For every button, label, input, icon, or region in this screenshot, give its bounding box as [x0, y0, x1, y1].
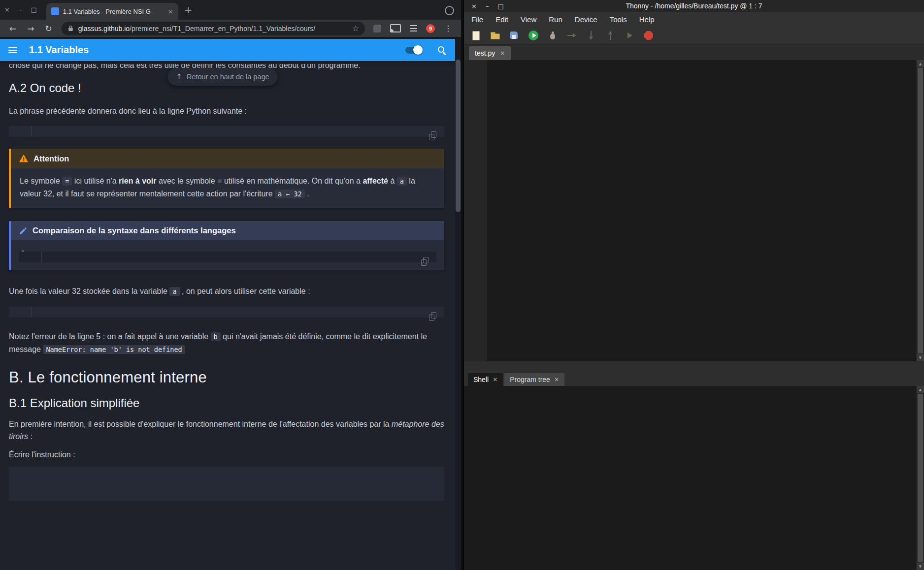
code-lines [32, 126, 50, 137]
paragraph: Une fois la valeur 32 stockée dans la va… [9, 285, 444, 298]
window-close-icon[interactable]: × [0, 0, 14, 20]
tab-title: 1.1 Variables - Première NSI G [63, 8, 164, 15]
open-file-icon[interactable] [489, 30, 501, 41]
menu-item[interactable]: Help [639, 15, 655, 24]
section-heading-b: B. Le fonctionnement interne [9, 369, 444, 386]
address-bar[interactable]: glassus.github.io/premiere_nsi/T1_Demarr… [62, 22, 365, 35]
thonny-close-icon[interactable]: × [468, 2, 480, 10]
scroll-up-icon[interactable]: ▲ [917, 60, 924, 67]
thonny-maximize-icon[interactable]: □ [494, 2, 507, 10]
code-block-partial [9, 467, 444, 501]
shell-output [470, 389, 914, 487]
debug-script-icon[interactable] [547, 30, 559, 41]
code-block-assignment [9, 126, 444, 137]
editor-tab-strip: test.py × [464, 45, 924, 60]
theme-toggle[interactable] [405, 47, 422, 54]
paragraph: En première intention, il est possible d… [9, 418, 444, 443]
shell-tab[interactable]: Shell × [468, 373, 503, 386]
lang-tab[interactable] [97, 246, 99, 252]
site-header: 1.1 Variables [0, 39, 455, 61]
editor-scrollbar[interactable]: ▲ ▼ [916, 60, 924, 361]
window-maximize-icon[interactable]: □ [26, 0, 41, 20]
window-minimize-icon[interactable]: – [14, 0, 27, 20]
scroll-down-icon[interactable]: ▼ [917, 563, 924, 570]
rich-text: Le symbole = ici utilisé n'a rien à voir… [20, 177, 415, 198]
profile-avatar-icon[interactable] [445, 6, 454, 15]
tab-close-icon[interactable]: × [168, 8, 173, 15]
stop-icon[interactable] [643, 30, 655, 41]
editor-code[interactable] [487, 60, 924, 361]
thonny-window: × – □ Thonny - /home/gilles/Bureau/test.… [464, 0, 924, 570]
thonny-titlebar: × – □ Thonny - /home/gilles/Bureau/test.… [464, 0, 924, 12]
menu-item[interactable]: Edit [495, 15, 508, 24]
scroll-down-icon[interactable]: ▼ [917, 354, 924, 361]
shell[interactable]: ▲ ▼ [464, 386, 924, 570]
run-script-icon[interactable] [528, 30, 539, 41]
url-text: glassus.github.io/premiere_nsi/T1_Demarr… [78, 25, 348, 32]
menu-item[interactable]: Device [575, 15, 597, 24]
lang-tab[interactable] [40, 246, 42, 252]
editor-tab-label: test.py [475, 49, 495, 57]
back-icon[interactable]: ← [5, 24, 21, 33]
step-out-icon [604, 30, 616, 41]
attention-admonition: Attention Le symbole = ici utilisé n'a r… [9, 149, 444, 208]
program-tree-tab[interactable]: Program tree × [504, 373, 564, 386]
editor-tab-testpy[interactable]: test.py × [469, 46, 511, 60]
new-file-icon[interactable] [470, 30, 482, 41]
thonny-minimize-icon[interactable]: – [482, 2, 493, 10]
page-scrollbar[interactable] [455, 39, 461, 570]
section-heading-b1: B.1 Explication simplifiée [9, 396, 444, 410]
scrollbar-thumb[interactable] [918, 68, 923, 353]
line-number-gutter [19, 252, 42, 262]
lang-tab[interactable] [78, 246, 80, 252]
copy-icon[interactable] [429, 131, 437, 140]
up-arrow-icon: ↑ [176, 72, 182, 81]
shell-scrollbar[interactable]: ▲ ▼ [916, 386, 924, 570]
back-to-top-button[interactable]: ↑ Retour en haut de la page [167, 68, 277, 86]
code-lines [42, 252, 60, 262]
browser-tab[interactable]: 1.1 Variables - Première NSI G × [46, 3, 178, 20]
lang-tab[interactable] [134, 246, 136, 252]
tab-close-icon[interactable]: × [554, 376, 559, 383]
tab-close-icon[interactable]: × [493, 376, 497, 383]
admonition-body: Le symbole = ici utilisé n'a rien à voir… [11, 168, 444, 208]
lock-icon [67, 25, 74, 32]
admonition-header: Attention [11, 149, 444, 168]
extension-badge[interactable]: 9 [426, 24, 435, 33]
menu-item[interactable]: File [471, 15, 483, 24]
shell-line [470, 458, 914, 468]
lang-tab[interactable] [115, 246, 117, 252]
scrollbar-thumb[interactable] [918, 394, 923, 562]
reading-list-icon[interactable] [410, 25, 417, 32]
menu-item[interactable]: Run [549, 15, 562, 24]
step-over-icon [566, 30, 578, 41]
warning-icon [19, 154, 29, 163]
reload-icon[interactable]: ↻ [41, 24, 57, 33]
copy-icon[interactable] [421, 257, 429, 266]
menu-kebab-icon[interactable]: ⋮ [440, 24, 456, 33]
line-number-gutter [9, 307, 32, 317]
forward-icon[interactable]: → [23, 24, 38, 33]
window-title: Thonny - /home/gilles/Bureau/test.py @ 1… [464, 2, 924, 10]
language-tabs [11, 240, 444, 252]
shell-line [470, 468, 914, 477]
menu-item[interactable]: Tools [610, 15, 627, 24]
tab-close-icon[interactable]: × [500, 50, 505, 57]
code-block-comparison [19, 252, 436, 262]
bookmark-star-icon[interactable]: ☆ [352, 24, 359, 33]
search-icon[interactable] [437, 45, 447, 55]
menu-item[interactable]: View [521, 15, 536, 24]
extension-icon[interactable] [373, 25, 381, 32]
save-file-icon[interactable] [508, 30, 520, 41]
lang-tab[interactable] [22, 246, 24, 252]
shell-line [470, 428, 914, 438]
cast-icon[interactable] [390, 24, 401, 32]
scroll-up-icon[interactable]: ▲ [917, 386, 924, 393]
menu-burger-icon[interactable] [8, 46, 17, 55]
editor-gutter [464, 60, 487, 361]
editor[interactable]: ▲ ▼ [464, 60, 924, 361]
new-tab-button[interactable]: + [178, 0, 198, 20]
scrollbar-thumb[interactable] [456, 60, 461, 212]
lang-tab[interactable] [59, 246, 61, 252]
copy-icon[interactable] [429, 312, 437, 321]
